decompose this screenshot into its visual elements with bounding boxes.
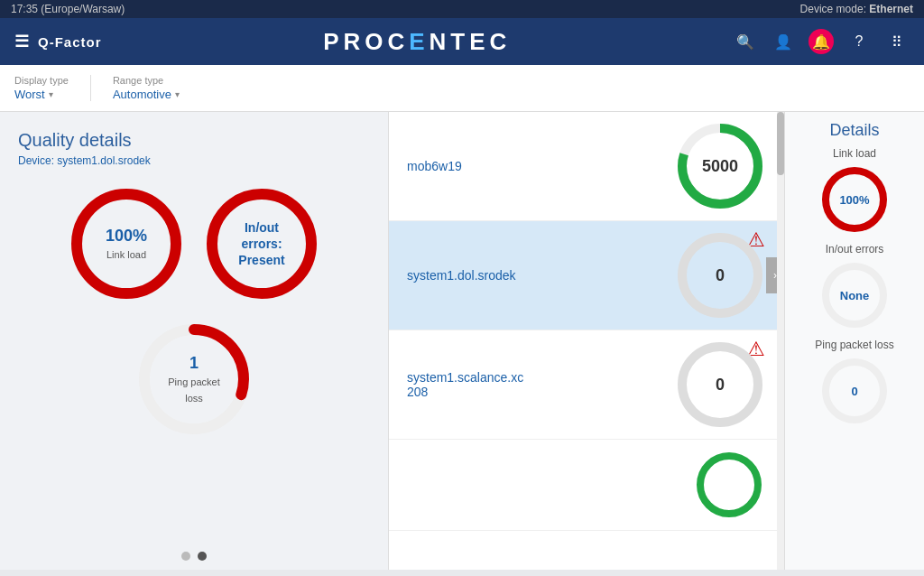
- user-icon[interactable]: 👤: [771, 29, 796, 54]
- display-type-label: Display type: [14, 75, 69, 86]
- link-load-label: Link load: [794, 147, 915, 160]
- inout-errors-circle: In/out errors:Present: [203, 185, 320, 302]
- device-value: 0: [716, 376, 725, 395]
- bell-icon[interactable]: 🔔: [808, 29, 834, 54]
- grid-icon[interactable]: ⠿: [884, 29, 910, 54]
- link-load-ring: 100%: [818, 163, 891, 236]
- details-title: Details: [794, 121, 915, 140]
- link-load-value: 100%: [839, 193, 869, 207]
- main-content: Quality details Device: system1.dol.srod…: [0, 112, 924, 570]
- details-panel: Details Link load 100% In/out errors Non…: [784, 112, 924, 570]
- app-title: Q-Factor: [38, 34, 102, 50]
- inout-errors-ring: None: [818, 259, 891, 331]
- ping-loss-label: Ping packet loss: [794, 339, 915, 351]
- quality-circles: 100% Link load In/out errors:Present: [18, 185, 370, 438]
- range-type-label: Range type: [113, 75, 180, 86]
- quality-device: Device: system1.dol.srodek: [18, 154, 370, 167]
- device-name: mob6w19: [407, 159, 569, 173]
- scrollbar-thumb[interactable]: [777, 112, 784, 175]
- device-ring: 0: [675, 230, 765, 321]
- ping-loss-value: 0: [851, 385, 857, 398]
- quality-title: Quality details: [18, 130, 370, 151]
- range-type-filter: Range type Automotive ▾: [113, 75, 201, 101]
- device-ring: [693, 449, 765, 521]
- display-type-select[interactable]: Worst ▾: [14, 88, 69, 101]
- header: ☰ Q-Factor PROCENTEC 🔍 👤 🔔 ? ⠿: [0, 18, 924, 65]
- header-left: ☰ Q-Factor: [14, 32, 102, 51]
- ping-loss-ring: 0: [818, 355, 891, 427]
- svg-point-10: [700, 456, 758, 514]
- range-type-arrow: ▾: [175, 89, 180, 99]
- device-ring: 0: [675, 339, 765, 430]
- device-name: system1.dol.srodek: [407, 268, 569, 283]
- status-time: 17:35 (Europe/Warsaw): [11, 3, 125, 15]
- ping-loss-circle: 1 Ping packet loss: [135, 321, 253, 438]
- device-row[interactable]: system1.scalance.xc208 ⚠ 0: [389, 330, 783, 440]
- header-icons: 🔍 👤 🔔 ? ⠿: [733, 29, 910, 54]
- dot-2[interactable]: [198, 552, 207, 561]
- status-device-mode: Device mode: Ethernet: [800, 3, 913, 15]
- device-row[interactable]: system1.dol.srodek ⚠ 0 ›: [389, 221, 783, 330]
- menu-icon[interactable]: ☰: [14, 32, 29, 51]
- device-row[interactable]: [389, 440, 783, 531]
- dot-1[interactable]: [181, 552, 190, 561]
- filter-bar: Display type Worst ▾ Range type Automoti…: [0, 65, 924, 112]
- status-bar: 17:35 (Europe/Warsaw) Device mode: Ether…: [0, 0, 924, 18]
- pagination-dots: [181, 552, 207, 561]
- inout-errors-value: None: [840, 289, 870, 302]
- device-value: 0: [716, 266, 725, 285]
- scrollbar-track[interactable]: [777, 112, 784, 570]
- device-row[interactable]: mob6w19 5000: [389, 112, 783, 221]
- range-type-select[interactable]: Automotive ▾: [113, 88, 180, 101]
- device-panel[interactable]: mob6w19 5000 system1.dol.srodek ⚠ 0 ›: [388, 112, 784, 570]
- inout-errors-label: In/out errors: [794, 243, 915, 255]
- link-load-circle: 100% Link load: [68, 185, 185, 302]
- search-icon[interactable]: 🔍: [733, 29, 758, 54]
- device-ring: 5000: [675, 121, 765, 211]
- display-type-arrow: ▾: [49, 89, 53, 99]
- logo: PROCENTEC: [323, 28, 511, 56]
- device-name: system1.scalance.xc208: [407, 370, 569, 399]
- display-type-filter: Display type Worst ▾: [14, 75, 91, 101]
- quality-panel: Quality details Device: system1.dol.srod…: [0, 112, 388, 570]
- help-icon[interactable]: ?: [846, 29, 872, 54]
- device-value: 5000: [702, 157, 738, 176]
